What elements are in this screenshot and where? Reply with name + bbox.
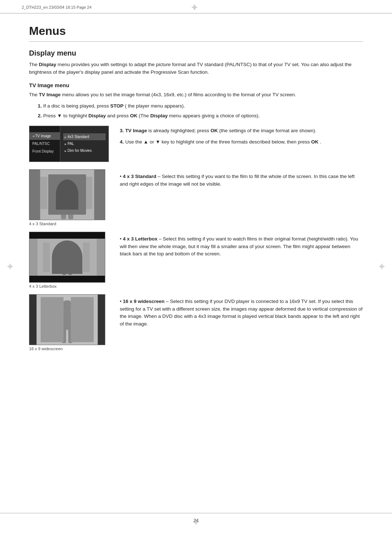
svg-rect-11 [61, 205, 66, 219]
left-crosshair-icon [7, 263, 14, 270]
right-crosshair-icon [378, 263, 385, 270]
svg-rect-9 [56, 189, 63, 204]
svg-rect-35 [68, 328, 73, 343]
menu-image-section: TV Image PAL/NTSC Front Display 4x3 Stan… [29, 126, 363, 162]
widescreen-svg [29, 295, 105, 345]
step2-display2: Display [150, 113, 168, 118]
step4-ok: OK [311, 139, 318, 145]
menu-item-palntsc: PAL/NTSC [29, 140, 60, 147]
step4-up-arrow: ▲ [143, 139, 148, 145]
svg-rect-13 [85, 177, 93, 209]
menu-sidebar: TV Image PAL/NTSC Front Display [29, 126, 60, 162]
letterbox-text-col: • 4 x 3 Letterbox – Select this setting … [120, 232, 363, 262]
intro-text-pre: The [29, 62, 39, 67]
svg-rect-22 [62, 265, 66, 275]
svg-rect-10 [72, 189, 78, 204]
letterbox-bar-bottom [29, 276, 105, 282]
svg-rect-14 [40, 177, 48, 209]
svg-rect-32 [57, 312, 62, 326]
widescreen-bullet: • 16 x 9 widescreen – Select this settin… [120, 298, 363, 328]
letterbox-bar-top [29, 232, 105, 239]
widescreen-text-col: • 16 x 9 widescreen – Select this settin… [120, 294, 363, 332]
svg-rect-5 [94, 170, 105, 220]
step2-press: Press [43, 113, 57, 118]
standard-text-col: • 4 x 3 Standard – Select this setting i… [120, 169, 363, 192]
step4-down-arrow: ▼ [155, 139, 160, 145]
header-crosshair-icon [191, 4, 198, 11]
letterbox-bullet-title: 4 x 3 Letterbox [123, 236, 157, 242]
svg-rect-16 [29, 239, 37, 276]
svg-rect-23 [68, 265, 72, 275]
svg-rect-27 [29, 295, 37, 345]
standard-photo-content [29, 170, 105, 220]
menu-item-frontdisplay: Front Display [29, 147, 60, 155]
standard-bullet-title: 4 x 3 Standard [123, 174, 156, 179]
standard-section: 4 x 3 Standard • 4 x 3 Standard – Select… [29, 169, 363, 226]
svg-rect-4 [29, 170, 40, 220]
standard-bullet: • 4 x 3 Standard – Select this setting i… [120, 173, 363, 188]
letterbox-svg [29, 239, 105, 276]
letterbox-photo [29, 232, 105, 283]
letterbox-photo-content [29, 232, 105, 282]
step4-end: . [320, 139, 321, 145]
step2-down-arrow: ▼ [57, 113, 62, 118]
svg-rect-36 [83, 300, 91, 339]
steps-list: 1. If a disc is being played, press STOP… [36, 102, 363, 120]
step2-num: 2. [38, 113, 42, 118]
step2-rest: menu appears giving a choice of options)… [169, 113, 260, 118]
widescreen-photo-content [29, 295, 105, 345]
step3-ok: OK [211, 128, 218, 133]
step2-ok: OK [130, 113, 137, 118]
left-crosshair [7, 263, 14, 271]
letterbox-image-area [29, 239, 105, 276]
step2-highlight: to highlight [63, 113, 88, 118]
standard-photo [29, 169, 105, 220]
letterbox-caption: 4 x 3 Letterbox [29, 284, 109, 288]
widescreen-caption: 16 x 9 widescreen [29, 347, 109, 351]
letterbox-bullet: • 4 x 3 Letterbox – Select this setting … [120, 235, 363, 258]
svg-rect-37 [44, 300, 52, 339]
header-file-info: 2_DTH223_en 23/03/04 18:15 Page 24 [22, 5, 91, 9]
menu-item-tvimage: TV Image [29, 132, 60, 140]
menu-screenshot: TV Image PAL/NTSC Front Display 4x3 Stan… [29, 126, 109, 162]
step2-the: (The [139, 113, 150, 118]
svg-rect-24 [83, 242, 90, 272]
svg-rect-12 [68, 205, 73, 219]
step4-or: or [150, 139, 155, 145]
section-title: Display menu [29, 49, 363, 57]
step3-rest1: is already highlighted; press [148, 128, 211, 133]
step4-use: Use the [125, 139, 143, 145]
menu-screenshot-col: TV Image PAL/NTSC Front Display 4x3 Stan… [29, 126, 109, 162]
step-4: 4. Use the ▲ or ▼ key to highlight one o… [120, 138, 363, 146]
standard-image-col: 4 x 3 Standard [29, 169, 109, 226]
main-content: Menus Display menu The Display menu prov… [0, 13, 392, 373]
svg-rect-31 [62, 311, 73, 330]
standard-caption: 4 x 3 Standard [29, 222, 109, 226]
svg-rect-28 [98, 295, 105, 345]
menu-content-4x3: 4x3 Standard [63, 133, 106, 140]
header-bar: 2_DTH223_en 23/03/04 18:15 Page 24 [0, 0, 392, 13]
widescreen-bullet-title: 16 x 9 widescreen [123, 299, 164, 304]
step1-text-pre: If a disc is being played, press [43, 103, 110, 109]
intro-text-rest: menu provides you with settings to adapt… [29, 62, 352, 75]
step-3: 3. TV Image is already highlighted; pres… [120, 127, 363, 135]
svg-rect-8 [61, 187, 73, 207]
desc-rest: menu allows you to set the image format … [62, 92, 296, 97]
step3-num: 3. [120, 128, 124, 133]
step4-num: 4. [120, 139, 124, 145]
bottom-crosshair [192, 518, 200, 527]
svg-rect-19 [62, 251, 72, 266]
svg-rect-15 [29, 239, 105, 276]
page-title: Menus [29, 24, 363, 42]
svg-point-30 [61, 300, 73, 312]
svg-rect-20 [58, 252, 63, 263]
step1-text-rest: ( the player menu appears). [125, 103, 185, 109]
intro-paragraph: The Display menu provides you with setti… [29, 61, 363, 76]
svg-rect-6 [40, 170, 94, 220]
step1-num: 1. [38, 103, 42, 109]
step1-stop: STOP [110, 103, 124, 109]
step-2: 2. Press ▼ to highlight Display and pres… [36, 112, 363, 120]
widescreen-photo [29, 294, 105, 345]
letterbox-image-col: 4 x 3 Letterbox [29, 232, 109, 288]
bottom-crosshair-icon [192, 518, 200, 526]
